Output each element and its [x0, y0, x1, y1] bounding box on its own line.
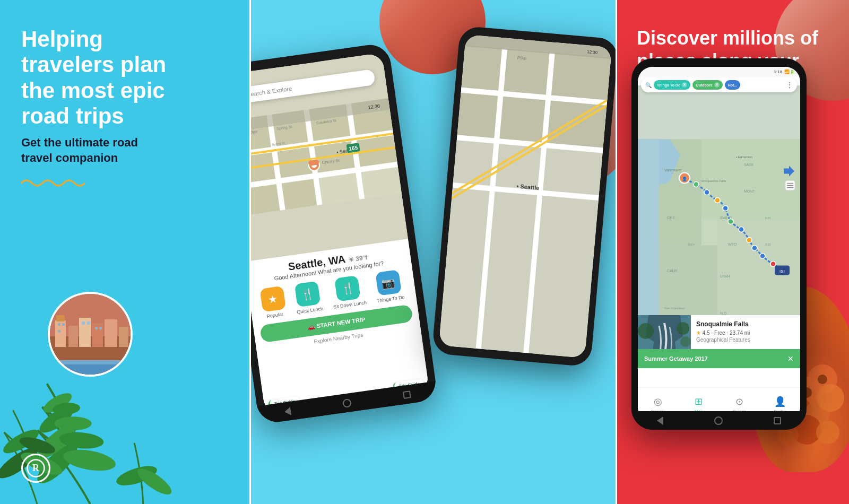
- filter-chip-things-to-do[interactable]: Things To Do ✕: [654, 80, 690, 90]
- more-options-icon[interactable]: ⋮: [786, 81, 793, 89]
- divider-left: [249, 0, 251, 504]
- svg-text:S.D.: S.D.: [765, 243, 772, 246]
- svg-text:ORE.: ORE.: [667, 216, 676, 220]
- svg-rect-25: [58, 330, 60, 333]
- middle-panel: West Edge Spring St Columbia St Cherry S…: [249, 0, 616, 504]
- phone2-screen: 12:30 Pike • Seattle: [439, 34, 612, 358]
- chip-x-outdoors[interactable]: ✕: [714, 82, 720, 88]
- svg-rect-28: [95, 327, 98, 329]
- svg-rect-27: [87, 321, 90, 325]
- phone3-notch: [699, 62, 739, 67]
- search-icon: 🔍: [645, 82, 652, 88]
- nearby-icon: ◎: [654, 396, 662, 407]
- svg-rect-18: [68, 326, 78, 347]
- svg-point-123: [728, 219, 733, 224]
- svg-text:N.D.: N.D.: [720, 311, 727, 315]
- svg-rect-44: [282, 179, 317, 210]
- svg-point-124: [739, 227, 744, 232]
- filter-chip-hotels[interactable]: Hot...: [725, 80, 741, 90]
- svg-point-125: [747, 238, 752, 243]
- filter-chip-outdoors[interactable]: Outdoors ✕: [692, 80, 723, 90]
- quick-lunch-icon-item[interactable]: 🍴 Quick Lunch: [293, 281, 324, 315]
- svg-rect-17: [56, 315, 65, 321]
- svg-text:R: R: [32, 463, 40, 473]
- svg-text:WYO: WYO: [728, 242, 737, 246]
- svg-rect-20: [92, 323, 103, 347]
- svg-point-128: [770, 262, 776, 267]
- phone3-back-button[interactable]: [657, 416, 663, 425]
- things-to-do-icon-item[interactable]: 📷 Things To Do: [373, 270, 405, 304]
- svg-point-119: [694, 182, 699, 187]
- svg-text:Snoqualmie Falls: Snoqualmie Falls: [701, 179, 726, 183]
- brand-logo: R: [21, 454, 50, 483]
- sit-down-lunch-icon-box: 🍴: [334, 275, 361, 302]
- back-button[interactable]: [284, 407, 291, 416]
- phone1-device: West Edge Spring St Columbia St Cherry S…: [249, 42, 438, 425]
- chip-x-things-to-do[interactable]: ✕: [682, 82, 687, 88]
- home-button[interactable]: [342, 398, 352, 407]
- phone3-android-nav: [631, 411, 807, 430]
- svg-point-122: [723, 206, 728, 211]
- svg-point-142: [638, 323, 654, 339]
- guides-icon: ⊙: [735, 396, 743, 407]
- svg-point-144: [680, 336, 691, 347]
- phone1-screen: West Edge Spring St Columbia St Cherry S…: [249, 53, 429, 414]
- svg-text:N.D.: N.D.: [765, 216, 772, 220]
- svg-text:UTAH: UTAH: [720, 274, 730, 278]
- svg-text:CALIF.: CALIF.: [667, 269, 678, 273]
- recents-button[interactable]: [403, 390, 411, 399]
- svg-text:12:30: 12:30: [587, 49, 598, 55]
- phone3-search-bar[interactable]: 🔍 Things To Do ✕ Outdoors ✕ Hot... ⋮: [641, 77, 797, 92]
- svg-rect-70: [551, 53, 611, 100]
- place-name: Snoqualmie Falls: [696, 320, 795, 328]
- phone3-recents-button[interactable]: [774, 417, 781, 424]
- left-subheadline: Get the ultimate road travel companion: [21, 135, 170, 166]
- phone3-bottom-section: Snoqualmie Falls ★ 4.5 · Free · 23.74 mi…: [638, 315, 800, 421]
- svg-rect-72: [499, 97, 545, 143]
- svg-point-143: [677, 322, 689, 335]
- svg-rect-71: [457, 93, 498, 138]
- svg-rect-31: [50, 360, 133, 364]
- svg-text:Pike: Pike: [517, 55, 526, 61]
- quick-lunch-label: Quick Lunch: [297, 306, 324, 315]
- svg-rect-22: [119, 327, 128, 347]
- phone3-home-button[interactable]: [714, 416, 723, 425]
- svg-rect-26: [82, 321, 85, 325]
- map-icon: ⊞: [695, 396, 703, 407]
- right-panel: Discover millions of places along your r…: [616, 0, 849, 504]
- popular-icon-box: ★: [259, 286, 286, 312]
- trip-banner: Summer Getaway 2017 ✕: [638, 349, 800, 368]
- svg-point-97: [818, 375, 827, 384]
- svg-text:165: 165: [349, 145, 359, 152]
- svg-point-126: [752, 246, 757, 251]
- svg-text:Vancouver: Vancouver: [664, 168, 682, 172]
- phone2-device: 12:30 Pike • Seattle: [432, 25, 616, 367]
- popular-label: Popular: [266, 311, 283, 319]
- divider-right: [616, 0, 617, 504]
- sit-down-lunch-icon-item[interactable]: 🍴 Sit Down Lunch: [330, 275, 367, 310]
- phone1-map: West Edge Spring St Columbia St Cherry S…: [249, 53, 408, 262]
- phone3-screen: 1:18 📶🔋 🔍 Things To Do ✕ Outdoors ✕ Hot.…: [638, 67, 800, 421]
- svg-point-121: [715, 198, 720, 203]
- svg-rect-43: [249, 184, 280, 216]
- quick-lunch-icon-box: 🍴: [294, 281, 321, 308]
- svg-point-120: [704, 190, 709, 195]
- svg-point-6: [55, 416, 92, 430]
- svg-text:👤: 👤: [682, 176, 687, 181]
- svg-point-127: [760, 254, 765, 259]
- left-panel: Helping travelers plan the most epic roa…: [0, 0, 249, 504]
- popular-icon-item[interactable]: ★ Popular: [259, 286, 287, 320]
- left-squiggle: [21, 175, 85, 192]
- svg-rect-29: [99, 327, 102, 329]
- search-placeholder: Search & Explore: [249, 85, 292, 98]
- svg-text:NEV: NEV: [688, 243, 695, 246]
- svg-text:SASK: SASK: [744, 163, 754, 167]
- close-trip-banner-icon[interactable]: ✕: [787, 354, 794, 363]
- svg-rect-21: [105, 319, 117, 347]
- svg-rect-68: [461, 45, 502, 91]
- phone3-device: 1:18 📶🔋 🔍 Things To Do ✕ Outdoors ✕ Hot.…: [631, 58, 807, 430]
- place-type: Geographical Features: [696, 337, 795, 343]
- svg-text:San Francisco: San Francisco: [664, 307, 685, 310]
- trip-name: Summer Getaway 2017: [644, 355, 708, 362]
- sit-down-lunch-label: Sit Down Lunch: [333, 300, 367, 310]
